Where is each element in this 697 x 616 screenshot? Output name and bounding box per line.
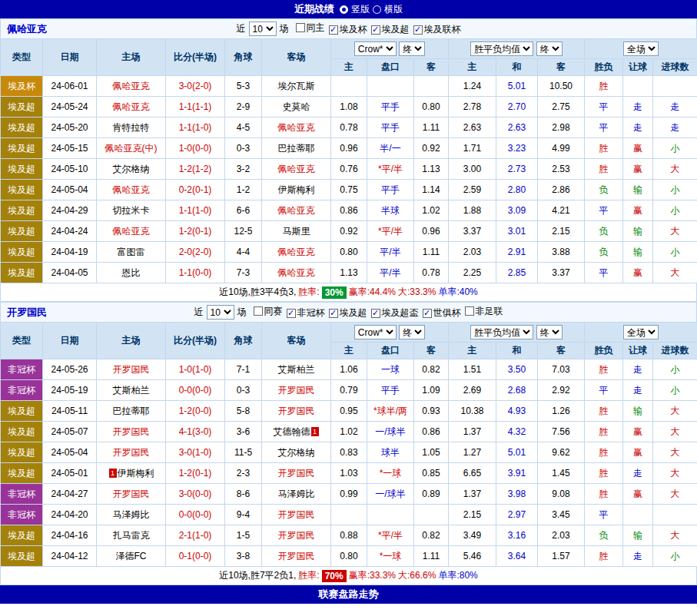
recent-count-select[interactable]: 10: [207, 305, 234, 320]
match-date: 24-04-24: [43, 221, 97, 242]
odds-time-select[interactable]: 终: [399, 41, 425, 56]
filter-checkbox[interactable]: ✓埃及杯: [329, 23, 367, 36]
filter-checkbox[interactable]: 非足联: [465, 305, 503, 318]
odds-company-select[interactable]: Crow*: [354, 41, 397, 56]
col-goals: 进球数: [653, 59, 697, 76]
away-team: 伊斯梅利: [262, 180, 331, 200]
corners: 0-3: [225, 380, 262, 401]
league-type-badge: 非冠杯: [1, 505, 43, 525]
asian-home-odds: 0.88: [331, 525, 367, 546]
home-team: 1伊斯梅利: [97, 463, 166, 484]
euro-away-odds: 2.15: [538, 221, 585, 242]
asian-away-odds: 1.05: [414, 442, 449, 463]
euro-draw-odds: 5.01: [496, 442, 538, 463]
handicap-result: 走: [623, 97, 653, 118]
horizontal-layout-radio[interactable]: [373, 5, 381, 14]
league-type-badge: 埃及超: [1, 525, 43, 546]
match-date: 24-04-05: [43, 263, 97, 283]
handicap-result: 走: [623, 546, 653, 567]
handicap-result: 输: [623, 401, 653, 422]
col-away: 客场: [262, 323, 331, 359]
result: 胜: [585, 138, 623, 159]
team-header-row: 开罗国民 近 10 场 同赛✓非冠杯✓埃及超✓埃及超盃✓世俱杯非足联: [0, 302, 697, 322]
asian-home-odds: 0.75: [331, 180, 367, 200]
scope-controls: 全场: [585, 323, 697, 343]
away-team: 艾尔格纳: [262, 442, 331, 463]
asian-away-odds: 0.82: [414, 525, 449, 546]
bottom-bar[interactable]: 联赛盘路走势: [0, 585, 697, 604]
euro-draw-odds: 2.68: [496, 380, 538, 401]
league-type-badge: 埃及超: [1, 463, 43, 484]
col-date: 日期: [43, 323, 97, 359]
col-asia-away: 客: [414, 343, 449, 359]
match-row: 埃及超24-05-15佩哈亚克(中)1-0(0-0)0-3巴拉蒂耶0.96半/一…: [1, 138, 697, 159]
asian-home-odds: 1.13: [331, 263, 367, 283]
score: 3-0(0-0): [166, 484, 225, 505]
euro-time-select[interactable]: 终: [536, 325, 563, 339]
euro-home-odds: 2.25: [449, 263, 496, 283]
scope-select[interactable]: 全场: [623, 325, 659, 339]
filter-checkbox[interactable]: ✓埃及联杯: [413, 23, 461, 36]
euro-away-odds: 1.26: [538, 401, 585, 422]
corners: 7-3: [225, 263, 262, 283]
col-handicap: 盘口: [367, 343, 414, 359]
red-card-badge: 1: [311, 427, 319, 436]
asian-home-odds: 1.06: [331, 359, 367, 380]
col-euro-draw: 和: [496, 59, 538, 76]
goals-result: 小: [653, 138, 697, 159]
filter-checkbox[interactable]: ✓埃及超盃: [371, 306, 419, 320]
match-date: 24-05-10: [43, 159, 97, 180]
filter-checkbox[interactable]: ✓世俱杯: [423, 306, 461, 320]
corners: 3-8: [225, 546, 262, 567]
col-type: 类型: [1, 323, 43, 359]
filter-checkbox[interactable]: ✓非冠杯: [287, 306, 325, 320]
filter-checkbox[interactable]: ✓埃及超: [329, 306, 367, 320]
handicap-result: 走: [623, 359, 653, 380]
col-handicap: 盘口: [367, 59, 414, 76]
euro-time-select[interactable]: 终: [536, 41, 563, 56]
league-type-badge: 埃及超: [1, 200, 43, 221]
handicap-result: 输: [623, 180, 653, 200]
odds-time-select[interactable]: 终: [399, 325, 425, 339]
summary-text: 胜率:: [298, 286, 319, 299]
league-type-badge: 埃及超: [1, 242, 43, 263]
goals-result: 小: [653, 242, 697, 263]
handicap-result: [623, 505, 653, 525]
handicap-result: 赢: [623, 200, 653, 221]
filter-checkbox[interactable]: ✓埃及超: [371, 23, 410, 36]
asian-away-odds: 0.93: [414, 401, 449, 422]
col-corner: 角球: [225, 39, 262, 76]
asian-home-odds: 1.02: [331, 422, 367, 442]
filter-checkbox[interactable]: 同赛: [254, 305, 283, 318]
filter-checkbox[interactable]: 同主: [296, 22, 325, 35]
team-name[interactable]: 开罗国民: [7, 306, 47, 320]
competition-filters: 同赛✓非冠杯✓埃及超✓埃及超盃✓世俱杯非足联: [250, 305, 503, 320]
odds-company-select[interactable]: Crow*: [354, 325, 397, 339]
asian-home-odds: 0.83: [331, 442, 367, 463]
asian-away-odds: 1.02: [414, 200, 449, 221]
match-row: 埃及超24-04-12泽德FC0-1(0-0)3-8开罗国民0.80*一球1.1…: [1, 546, 697, 567]
col-date: 日期: [43, 39, 97, 76]
euro-odds-select[interactable]: 胜平负均值: [470, 41, 533, 56]
recent-count-select[interactable]: 10: [249, 22, 277, 36]
team-name[interactable]: 佩哈亚克: [7, 22, 47, 36]
away-team: 开罗国民: [262, 380, 331, 401]
euro-home-odds: 2.69: [449, 380, 496, 401]
away-team: 马泽姆比: [262, 484, 331, 505]
handicap-result: 赢: [623, 422, 653, 442]
handicap: 一/球半: [367, 422, 414, 442]
result: 胜: [585, 463, 623, 484]
scope-select[interactable]: 全场: [623, 41, 659, 56]
euro-draw-odds: 3.23: [496, 138, 538, 159]
euro-home-odds: 3.49: [449, 525, 496, 546]
bottom-bar-title[interactable]: 联赛盘路走势: [319, 588, 379, 601]
home-team: 开罗国民: [97, 359, 166, 380]
vertical-layout-radio[interactable]: [340, 5, 348, 14]
asian-home-odds: 0.95: [331, 401, 367, 422]
euro-home-odds: 1.37: [449, 484, 496, 505]
euro-draw-odds: 2.80: [496, 180, 538, 200]
score: 4-1(3-0): [166, 422, 225, 442]
euro-odds-select[interactable]: 胜平负均值: [470, 325, 533, 339]
home-team: 肯特拉特: [97, 118, 166, 138]
corners: 5-8: [225, 401, 262, 422]
